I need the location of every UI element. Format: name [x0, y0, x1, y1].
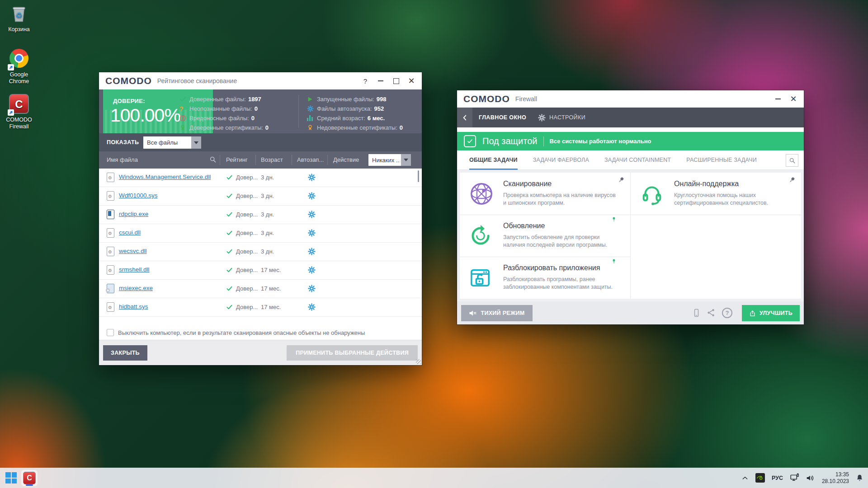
window-title: Firewall — [515, 95, 537, 103]
tray-chevron-up-icon[interactable] — [741, 474, 749, 482]
firewall-window-titlebar[interactable]: COMODO Firewall ✕ — [457, 90, 804, 108]
column-file-name[interactable]: Имя файла — [107, 156, 138, 163]
filter-row: ПОКАЗАТЬ Все файлы — [99, 133, 422, 151]
file-type-icon — [107, 173, 114, 182]
silent-mode-button[interactable]: ТИХИЙ РЕЖИМ — [461, 305, 533, 321]
pin-icon[interactable] — [611, 259, 617, 264]
task-card-update[interactable]: Обновление Запустить обновление для пров… — [460, 215, 630, 257]
desktop-icon-google-chrome[interactable]: ↗ Google Chrome — [2, 48, 36, 85]
table-row[interactable]: cscui.dll Довер... 3 дн. — [99, 224, 422, 243]
task-tabs: ОБЩИЕ ЗАДАЧИ ЗАДАЧИ ФАЕРВОЛА ЗАДАЧИ CONT… — [457, 150, 804, 170]
start-button[interactable] — [5, 472, 17, 483]
table-row[interactable]: hidbatt.sys Довер... 17 мес. — [99, 298, 422, 317]
table-row[interactable]: msiexec.exe Довер... 17 мес. — [99, 280, 422, 298]
search-icon[interactable] — [209, 156, 217, 163]
desktop-icon-comodo-firewall[interactable]: C ↗ COMODO Firewall — [2, 93, 36, 130]
desktop-icon-label: Google Chrome — [2, 71, 36, 85]
unlock-app-icon — [470, 267, 491, 288]
language-indicator[interactable]: РУС — [772, 475, 783, 481]
mobile-icon[interactable] — [692, 308, 701, 318]
autorun-gear-icon[interactable] — [308, 229, 316, 237]
help-icon[interactable]: ? — [722, 308, 732, 318]
autorun-gear-icon[interactable] — [308, 248, 316, 255]
table-row[interactable]: rdpclip.exe Довер... 3 дн. — [99, 206, 422, 224]
shutdown-checkbox[interactable] — [107, 329, 114, 336]
notifications-bell-icon[interactable] — [856, 474, 863, 482]
trusted-check-icon — [226, 304, 233, 310]
file-filter-dropdown[interactable]: Все файлы — [143, 136, 201, 149]
file-type-icon — [107, 191, 114, 201]
nav-settings[interactable]: НАСТРОЙКИ — [549, 114, 585, 121]
pin-icon[interactable] — [616, 175, 626, 185]
tab-containment-tasks[interactable]: ЗАДАЧИ CONTAINMENT — [604, 150, 671, 170]
recycle-bin-icon — [9, 4, 29, 24]
minimize-button[interactable] — [373, 72, 388, 89]
resize-grip[interactable] — [416, 359, 421, 364]
autorun-gear-icon[interactable] — [308, 174, 316, 181]
tab-advanced-tasks[interactable]: РАСШИРЕННЫЕ ЗАДАЧИ — [686, 150, 757, 170]
stat-trusted-files: Доверенные файлы:1897 — [179, 94, 269, 104]
table-row[interactable]: Wdf01000.sys Довер... 3 дн. — [99, 187, 422, 206]
file-name-link[interactable]: msiexec.exe — [119, 285, 153, 291]
scan-window: COMODO Рейтинговое сканирование ? ✕ ДОВЕ… — [99, 72, 422, 365]
file-name-link[interactable]: srmshell.dll — [119, 266, 150, 273]
file-name-link[interactable]: wecsvc.dll — [119, 248, 147, 254]
task-card-unblock-apps[interactable]: Разблокировать приложения Разблокировать… — [460, 257, 630, 299]
autorun-gear-icon[interactable] — [308, 285, 316, 292]
chevron-left-icon — [461, 114, 469, 122]
rating-value: Довер... — [236, 248, 258, 255]
column-age[interactable]: Возраст — [261, 156, 283, 163]
apply-actions-button[interactable]: ПРИМЕНИТЬ ВЫБРАННЫЕ ДЕЙСТВИЯ — [287, 345, 418, 361]
clock[interactable]: 13:35 28.10.2023 — [822, 471, 849, 485]
age-value: 17 мес. — [261, 285, 281, 292]
nvidia-tray-icon[interactable] — [755, 473, 765, 483]
task-card-online-support[interactable]: Онлайн-поддержка Круглосуточная помощь н… — [631, 173, 801, 215]
file-name-link[interactable]: rdpclip.exe — [119, 211, 148, 217]
upgrade-button[interactable]: УЛУЧШИТЬ — [742, 305, 800, 321]
tab-general-tasks[interactable]: ОБЩИЕ ЗАДАЧИ — [469, 150, 518, 170]
age-value: 17 мес. — [261, 267, 281, 273]
close-scan-button[interactable]: ЗАКРЫТЬ — [103, 345, 147, 361]
file-name-link[interactable]: Wdf01000.sys — [119, 192, 158, 199]
network-icon[interactable] — [790, 473, 799, 483]
action-filter-dropdown[interactable]: Никаких ... — [368, 154, 411, 166]
file-type-icon — [107, 284, 114, 293]
file-name-link[interactable]: cscui.dll — [119, 229, 141, 236]
back-button[interactable] — [457, 108, 472, 127]
task-title: Разблокировать приложения — [503, 264, 600, 272]
scrollbar-thumb[interactable] — [418, 170, 419, 182]
table-row[interactable]: Windows.Management.Service.dll Довер... … — [99, 169, 422, 187]
share-icon[interactable] — [707, 308, 716, 317]
close-button[interactable]: ✕ — [404, 72, 419, 89]
autorun-gear-icon[interactable] — [308, 211, 316, 218]
help-button[interactable]: ? — [358, 72, 373, 89]
column-autorun[interactable]: Автозап... — [297, 156, 324, 163]
shield-check-icon — [464, 135, 476, 147]
scan-window-titlebar[interactable]: COMODO Рейтинговое сканирование ? ✕ — [99, 72, 422, 89]
pin-icon[interactable] — [787, 175, 797, 185]
autorun-gear-icon[interactable] — [308, 192, 316, 200]
file-name-link[interactable]: Windows.Management.Service.dll — [119, 174, 211, 180]
search-icon — [789, 157, 796, 164]
desktop-icon-recycle-bin[interactable]: Корзина — [2, 4, 36, 33]
tab-firewall-tasks[interactable]: ЗАДАЧИ ФАЕРВОЛА — [533, 150, 589, 170]
maximize-button[interactable] — [388, 72, 404, 89]
pin-icon[interactable] — [611, 217, 617, 222]
status-subtitle: Все системы работают нормально — [549, 138, 651, 145]
file-name-link[interactable]: hidbatt.sys — [119, 303, 148, 310]
autorun-gear-icon[interactable] — [308, 303, 316, 311]
column-rating[interactable]: Рейтинг — [226, 156, 248, 163]
minimize-button[interactable] — [770, 90, 786, 108]
column-action[interactable]: Действие — [333, 156, 359, 163]
close-button[interactable]: ✕ — [786, 90, 801, 108]
settings-gear-icon[interactable] — [538, 114, 546, 122]
search-button[interactable] — [786, 154, 798, 167]
nav-main-window[interactable]: ГЛАВНОЕ ОКНО — [479, 114, 526, 121]
trusted-check-icon — [226, 267, 233, 273]
task-card-scan[interactable]: Сканирование Проверка компьютера на нали… — [460, 173, 630, 215]
autorun-gear-icon[interactable] — [308, 266, 316, 274]
table-row[interactable]: wecsvc.dll Довер... 3 дн. — [99, 243, 422, 261]
volume-icon[interactable] — [806, 474, 815, 483]
table-row[interactable]: srmshell.dll Довер... 17 мес. — [99, 261, 422, 280]
taskbar-comodo-app[interactable]: C — [21, 470, 38, 486]
